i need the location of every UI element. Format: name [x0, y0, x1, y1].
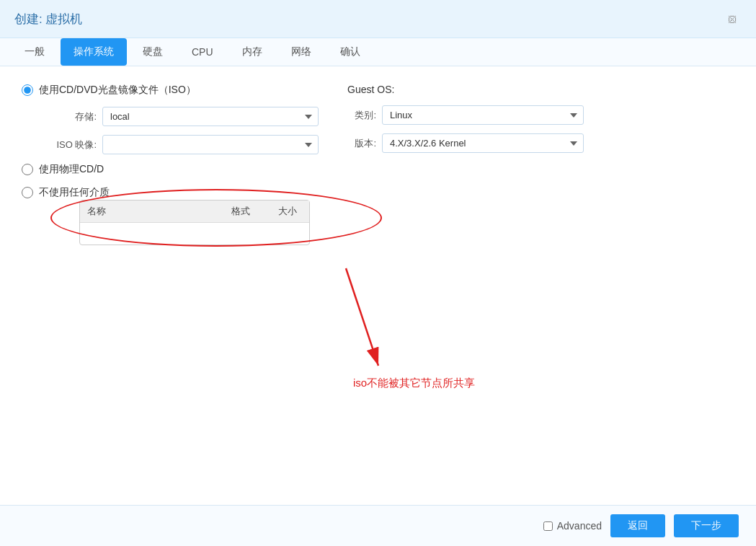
category-label: 类别:	[347, 109, 376, 122]
close-icon[interactable]: ⦻	[724, 10, 742, 27]
iso-dropdown-body	[80, 223, 309, 245]
tab-cpu[interactable]: CPU	[179, 39, 226, 65]
no-media-radio[interactable]	[22, 187, 33, 198]
tab-os[interactable]: 操作系统	[61, 38, 127, 66]
category-row: 类别: Linux	[347, 105, 734, 125]
version-row: 版本: 4.X/3.X/2.6 Kernel	[347, 133, 734, 153]
right-column: Guest OS: 类别: Linux 版本: 4.X/3.X/2.6 Kern…	[347, 84, 734, 209]
advanced-checkbox-label[interactable]: Advanced	[543, 520, 602, 532]
annotation-text: iso不能被其它节点所共享	[353, 377, 475, 390]
use-iso-radio[interactable]	[22, 84, 33, 96]
svg-line-1	[346, 268, 378, 366]
guest-os-title: Guest OS:	[347, 84, 734, 95]
tab-general[interactable]: 一般	[12, 38, 58, 66]
next-button[interactable]: 下一步	[674, 514, 739, 537]
iso-dropdown-header: 名称 格式 大小	[80, 201, 309, 223]
create-vm-dialog: 创建: 虚拟机 ⦻ 一般 操作系统 硬盘 CPU 内存 网络 确认 使用CD/D…	[0, 0, 756, 546]
dialog-footer: Advanced 返回 下一步	[0, 505, 756, 546]
iso-select[interactable]	[102, 135, 319, 154]
tab-disk[interactable]: 硬盘	[130, 38, 176, 66]
iso-dropdown: 名称 格式 大小	[79, 200, 310, 245]
iso-col-name: 名称	[80, 201, 215, 222]
use-iso-row: 使用CD/DVD光盘镜像文件（ISO）	[22, 84, 319, 97]
no-media-row: 不使用任何介质	[22, 186, 319, 199]
back-button[interactable]: 返回	[610, 514, 665, 537]
dialog-body: 使用CD/DVD光盘镜像文件（ISO） 存储: local ISO 映像:	[0, 66, 756, 505]
use-physical-radio[interactable]	[22, 164, 33, 175]
iso-row: ISO 映像:	[39, 135, 319, 154]
version-label: 版本:	[347, 137, 376, 150]
left-column: 使用CD/DVD光盘镜像文件（ISO） 存储: local ISO 映像:	[22, 84, 319, 209]
category-select[interactable]: Linux	[382, 105, 584, 125]
version-select[interactable]: 4.X/3.X/2.6 Kernel	[382, 133, 584, 153]
annotation-arrow	[252, 232, 411, 391]
use-physical-label[interactable]: 使用物理CD/D	[39, 163, 104, 176]
tab-network[interactable]: 网络	[278, 38, 324, 66]
advanced-checkbox[interactable]	[543, 521, 553, 531]
iso-col-format: 格式	[215, 201, 266, 222]
dialog-title: 创建: 虚拟机	[14, 11, 82, 27]
storage-select[interactable]: local	[102, 107, 319, 126]
iso-label: ISO 映像:	[39, 138, 97, 151]
iso-col-size: 大小	[266, 201, 309, 222]
tabs-bar: 一般 操作系统 硬盘 CPU 内存 网络 确认	[0, 38, 756, 66]
use-physical-row: 使用物理CD/D	[22, 163, 319, 176]
storage-label: 存储:	[39, 110, 97, 123]
tab-memory[interactable]: 内存	[229, 38, 275, 66]
advanced-label: Advanced	[557, 520, 602, 532]
dialog-header: 创建: 虚拟机 ⦻	[0, 0, 756, 38]
storage-row: 存储: local	[39, 107, 319, 126]
no-media-label[interactable]: 不使用任何介质	[39, 186, 110, 199]
use-iso-label[interactable]: 使用CD/DVD光盘镜像文件（ISO）	[39, 84, 196, 97]
tab-confirm[interactable]: 确认	[327, 38, 373, 66]
